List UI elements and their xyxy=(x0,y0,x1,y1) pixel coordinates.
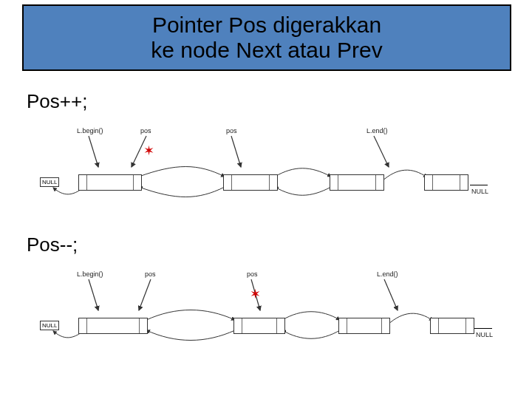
burst-icon xyxy=(250,288,263,301)
list-node xyxy=(78,318,148,334)
list-node xyxy=(338,318,390,334)
arrows-inc xyxy=(43,123,489,211)
ptr-pos-old-label: pos xyxy=(140,127,151,134)
null-left: NULL xyxy=(40,177,59,187)
code-label-dec: Pos--; xyxy=(27,233,78,256)
null-right: NULL xyxy=(471,188,488,195)
null-right: NULL xyxy=(476,331,493,338)
list-node xyxy=(78,174,142,191)
list-node xyxy=(430,318,474,334)
diagram-pos-dec: L.begin() pos pos L.end() NULL NULL xyxy=(43,266,489,355)
svg-line-4 xyxy=(89,279,98,310)
burst-icon xyxy=(143,145,157,158)
ptr-end-label: L.end() xyxy=(366,127,388,134)
list-node xyxy=(223,174,278,191)
null-right-bar xyxy=(470,185,488,185)
ptr-pos-new-label: pos xyxy=(247,270,258,278)
svg-line-3 xyxy=(374,136,389,167)
svg-line-5 xyxy=(139,279,151,310)
arrows-dec xyxy=(43,266,489,355)
list-node xyxy=(424,174,468,191)
ptr-pos-old-label: pos xyxy=(145,270,156,278)
svg-line-7 xyxy=(384,279,398,310)
ptr-pos-new-label: pos xyxy=(226,127,237,134)
title-line1: Pointer Pos digerakkan xyxy=(152,13,381,38)
ptr-begin-label: L.begin() xyxy=(77,127,103,134)
title-banner: Pointer Pos digerakkan ke node Next atau… xyxy=(22,4,511,71)
code-label-inc: Pos++; xyxy=(27,90,87,113)
diagram-pos-inc: L.begin() pos pos L.end() NULL NULL xyxy=(43,123,489,211)
list-node xyxy=(233,318,285,334)
title-line2: ke node Next atau Prev xyxy=(151,38,383,64)
ptr-end-label: L.end() xyxy=(377,270,398,278)
null-left: NULL xyxy=(40,321,59,330)
svg-line-0 xyxy=(89,136,98,167)
list-node xyxy=(330,174,384,191)
svg-line-2 xyxy=(231,136,241,167)
ptr-begin-label: L.begin() xyxy=(77,270,103,278)
null-right-bar xyxy=(474,328,492,329)
